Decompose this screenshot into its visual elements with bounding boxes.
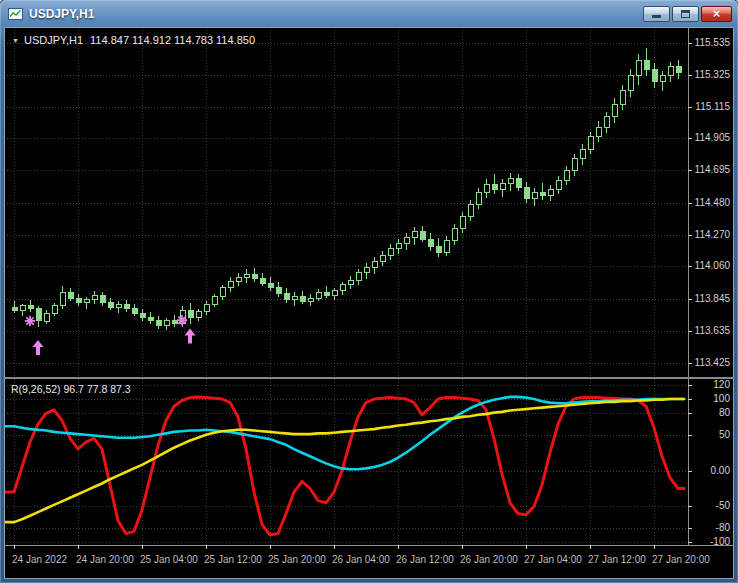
time-axis-label: 26 Jan 20:00 bbox=[460, 554, 518, 565]
indicator-axis-label: -50 bbox=[716, 500, 730, 511]
price-axis-label: 115.115 bbox=[695, 101, 730, 112]
indicator-axis-label: 120 bbox=[713, 379, 730, 390]
price-axis-label: 114.060 bbox=[695, 260, 730, 271]
price-axis-label: 115.325 bbox=[695, 69, 730, 80]
pane-divider[interactable] bbox=[4, 377, 734, 379]
time-axis-label: 25 Jan 20:00 bbox=[268, 554, 326, 565]
indicator-axis-label: 50 bbox=[719, 429, 730, 440]
time-axis-label: 25 Jan 12:00 bbox=[204, 554, 262, 565]
indicator-axis-label: 0.00 bbox=[711, 465, 730, 476]
indicator-axis-label: -80 bbox=[716, 522, 730, 533]
time-axis-label: 26 Jan 04:00 bbox=[332, 554, 390, 565]
price-axis-label: 113.425 bbox=[695, 357, 730, 368]
price-axis-label: 114.480 bbox=[695, 197, 730, 208]
price-axis-label: 114.695 bbox=[695, 164, 730, 175]
time-axis-label: 27 Jan 04:00 bbox=[524, 554, 582, 565]
close-button[interactable]: × bbox=[701, 6, 732, 22]
price-scale[interactable]: 115.535115.325115.115114.905114.695114.4… bbox=[690, 27, 732, 545]
minimize-icon bbox=[652, 15, 661, 18]
price-axis-label: 113.845 bbox=[695, 293, 730, 304]
window-controls: × bbox=[643, 6, 732, 22]
chart-client-area: ▼ USDJPY,H1 114.847 114.912 114.783 114.… bbox=[4, 27, 734, 579]
chart-ohlc-values: 114.847 114.912 114.783 114.850 bbox=[90, 34, 255, 46]
minimize-button[interactable] bbox=[643, 6, 670, 22]
collapse-arrow-icon[interactable]: ▼ bbox=[12, 37, 19, 44]
time-scale[interactable]: 24 Jan 202224 Jan 20:0025 Jan 04:0025 Ja… bbox=[4, 545, 734, 579]
time-axis-label: 27 Jan 20:00 bbox=[652, 554, 710, 565]
window-title: USDJPY,H1 bbox=[29, 7, 643, 21]
indicator-axis-label: 100 bbox=[713, 393, 730, 404]
chart-icon bbox=[8, 8, 23, 20]
price-axis-label: 114.270 bbox=[695, 229, 730, 240]
titlebar[interactable]: USDJPY,H1 × bbox=[0, 0, 738, 27]
price-axis-label: 115.535 bbox=[695, 37, 730, 48]
time-axis-label: 24 Jan 20:00 bbox=[76, 554, 134, 565]
close-icon: × bbox=[713, 7, 721, 20]
time-axis-label: 27 Jan 12:00 bbox=[588, 554, 646, 565]
price-axis-label: 113.635 bbox=[695, 325, 730, 336]
indicator-axis-label: 80 bbox=[719, 407, 730, 418]
price-axis-label: 114.905 bbox=[695, 132, 730, 143]
time-axis-label: 26 Jan 12:00 bbox=[396, 554, 454, 565]
time-axis-label: 24 Jan 2022 bbox=[12, 554, 67, 565]
chart-canvas[interactable] bbox=[4, 27, 734, 579]
chart-window: USDJPY,H1 × ▼ USDJPY,H1 114.847 114.912 … bbox=[0, 0, 738, 583]
indicator-label: R(9,26,52) 96.7 77.8 87.3 bbox=[11, 383, 131, 395]
chart-symbol-label: USDJPY,H1 bbox=[24, 34, 83, 46]
maximize-button[interactable] bbox=[672, 6, 699, 22]
chart-ohlc-header: ▼ USDJPY,H1 114.847 114.912 114.783 114.… bbox=[12, 34, 255, 46]
maximize-icon bbox=[681, 10, 690, 18]
time-axis-label: 25 Jan 04:00 bbox=[140, 554, 198, 565]
